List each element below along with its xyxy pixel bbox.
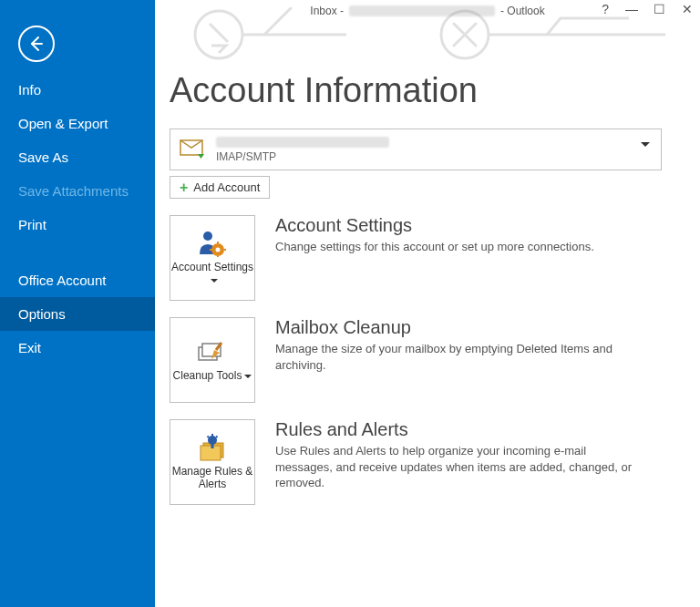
add-account-label: Add Account <box>193 180 260 194</box>
account-selector[interactable]: IMAP/SMTP <box>170 129 662 170</box>
back-button[interactable] <box>18 26 55 62</box>
mailbox-cleanup-desc: Manage the size of your mailbox by empty… <box>275 341 640 373</box>
sidebar-item-save-as[interactable]: Save As <box>0 140 155 174</box>
account-settings-button-label: Account Settings <box>171 261 253 273</box>
svg-rect-20 <box>211 444 214 448</box>
rules-alerts-title: Rules and Alerts <box>275 419 667 440</box>
cleanup-tools-button-label: Cleanup Tools <box>173 369 242 382</box>
title-redacted <box>349 5 495 16</box>
rules-alerts-icon <box>199 434 226 461</box>
svg-point-9 <box>216 247 221 252</box>
sidebar-item-info[interactable]: Info <box>0 73 155 107</box>
rules-alerts-desc: Use Rules and Alerts to help organize yo… <box>275 443 640 491</box>
sidebar-item-exit[interactable]: Exit <box>0 331 155 365</box>
help-icon[interactable]: ? <box>602 2 609 16</box>
page-title: Account Information <box>170 71 667 110</box>
content-pane: Inbox - - Outlook ? — ☐ ✕ <box>155 0 700 607</box>
svg-point-7 <box>203 231 212 241</box>
sidebar-item-open-export[interactable]: Open & Export <box>0 107 155 140</box>
account-type: IMAP/SMTP <box>216 150 389 163</box>
manage-rules-alerts-button-label: Manage Rules & Alerts <box>170 465 254 491</box>
manage-rules-alerts-button[interactable]: Manage Rules & Alerts <box>170 419 255 505</box>
sidebar-item-save-attachments: Save Attachments <box>0 174 155 208</box>
title-prefix: Inbox - <box>310 5 344 17</box>
minimize-icon[interactable]: — <box>625 2 637 16</box>
mailbox-cleanup-title: Mailbox Cleanup <box>275 317 667 338</box>
sidebar-item-options[interactable]: Options <box>0 297 155 331</box>
account-settings-button[interactable]: Account Settings <box>170 215 255 301</box>
chevron-down-icon <box>641 142 650 147</box>
chevron-down-icon <box>244 375 252 378</box>
title-suffix: - Outlook <box>500 5 545 17</box>
svg-rect-18 <box>201 446 221 460</box>
account-settings-desc: Change settings for this account or set … <box>275 239 640 255</box>
account-settings-icon <box>199 230 226 257</box>
account-envelope-icon <box>180 138 207 161</box>
section-account-settings: Account Settings Account Settings Change… <box>170 215 667 301</box>
maximize-icon[interactable]: ☐ <box>654 2 665 16</box>
section-rules-alerts: Manage Rules & Alerts Rules and Alerts U… <box>170 419 667 505</box>
plus-icon: + <box>180 181 188 194</box>
section-mailbox-cleanup: Cleanup Tools Mailbox Cleanup Manage the… <box>170 317 667 403</box>
backstage-sidebar: Info Open & Export Save As Save Attachme… <box>0 0 155 607</box>
cleanup-tools-icon <box>198 338 227 365</box>
add-account-button[interactable]: + Add Account <box>170 176 270 199</box>
window-controls: ? — ☐ ✕ <box>602 2 693 16</box>
back-arrow-icon <box>27 35 46 53</box>
sidebar-item-print[interactable]: Print <box>0 208 155 242</box>
account-email-redacted <box>216 137 389 148</box>
close-icon[interactable]: ✕ <box>682 2 693 16</box>
account-settings-title: Account Settings <box>275 215 667 236</box>
chevron-down-icon <box>211 279 218 283</box>
cleanup-tools-button[interactable]: Cleanup Tools <box>170 317 255 403</box>
sidebar-item-office-account[interactable]: Office Account <box>0 263 155 297</box>
window-title: Inbox - - Outlook ? — ☐ ✕ <box>155 0 700 22</box>
